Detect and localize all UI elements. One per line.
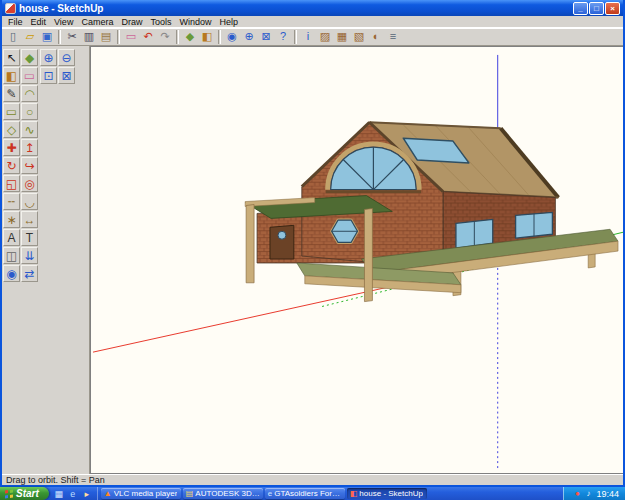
- cut-icon[interactable]: ✂: [64, 29, 80, 45]
- tape-measure-icon[interactable]: ╌: [3, 193, 20, 210]
- door-window[interactable]: [278, 231, 286, 239]
- rectangle-icon[interactable]: ▭: [3, 103, 20, 120]
- taskbar-tasks: ▲VLC media player▤AUTODESK 3DSMAX...eGTA…: [98, 487, 564, 500]
- window-controls: _ □ ×: [573, 2, 620, 15]
- zoom-extents-icon[interactable]: ⊠: [58, 67, 75, 84]
- styles-icon[interactable]: ▧: [351, 29, 367, 45]
- vlc-icon: ▲: [104, 489, 112, 498]
- layers-icon[interactable]: ≡: [385, 29, 401, 45]
- left-tool-dock: ↖◆◧▭✎◠▭○◇∿✚↥↻↪◱◎╌◡∗↔AT◫⇊◉⇄ ⊕⊖⊡⊠: [2, 46, 90, 474]
- dimension-icon[interactable]: ↔: [21, 211, 38, 228]
- model-canvas[interactable]: [91, 47, 623, 473]
- menu-file[interactable]: File: [4, 17, 27, 27]
- paint-bucket-icon[interactable]: ◧: [199, 29, 215, 45]
- eraser-icon[interactable]: ▭: [21, 67, 38, 84]
- 3d-text-icon[interactable]: T: [21, 229, 38, 246]
- pan-icon[interactable]: ⇄: [21, 265, 38, 282]
- offset-icon[interactable]: ◎: [21, 175, 38, 192]
- model-info-icon[interactable]: i: [300, 29, 316, 45]
- close-button[interactable]: ×: [605, 2, 620, 15]
- toolbar-separator: [294, 30, 297, 44]
- internet-explorer-icon[interactable]: e: [67, 488, 79, 500]
- arc-icon[interactable]: ◠: [21, 85, 38, 102]
- top-toolbar: ▯▱▣✂▥▤▭↶↷◆◧◉⊕⊠?i▨▦▧◐≡: [2, 28, 623, 46]
- section-plane-icon[interactable]: ◫: [3, 247, 20, 264]
- show-desktop-icon[interactable]: ▦: [53, 488, 65, 500]
- menu-camera[interactable]: Camera: [77, 17, 117, 27]
- menu-help[interactable]: Help: [215, 17, 242, 27]
- zoom-extents-icon[interactable]: ⊠: [258, 29, 274, 45]
- menu-tools[interactable]: Tools: [146, 17, 175, 27]
- folder-icon: ▤: [186, 489, 194, 498]
- components-icon[interactable]: ▦: [334, 29, 350, 45]
- redo-icon[interactable]: ↷: [157, 29, 173, 45]
- statusbar: Drag to orbit. Shift = Pan: [2, 474, 623, 485]
- scale-icon[interactable]: ◱: [3, 175, 20, 192]
- menu-draw[interactable]: Draw: [117, 17, 146, 27]
- taskbar-task-vlc[interactable]: ▲VLC media player: [101, 488, 181, 499]
- windows-flag-icon: [5, 489, 13, 498]
- line-icon[interactable]: ✎: [3, 85, 20, 102]
- zoom-in-icon[interactable]: ⊕: [40, 49, 57, 66]
- push-pull-icon[interactable]: ↥: [21, 139, 38, 156]
- orbit-icon[interactable]: ◉: [3, 265, 20, 282]
- menu-window[interactable]: Window: [175, 17, 215, 27]
- open-icon[interactable]: ▱: [22, 29, 38, 45]
- paste-icon[interactable]: ▤: [98, 29, 114, 45]
- orbit-icon[interactable]: ◉: [224, 29, 240, 45]
- polygon-icon[interactable]: ◇: [3, 121, 20, 138]
- media-player-icon[interactable]: ▸: [81, 488, 93, 500]
- camera-palette: ⊕⊖⊡⊠: [40, 49, 75, 84]
- status-hint: Drag to orbit. Shift = Pan: [6, 475, 105, 485]
- tray-volume-icon[interactable]: ♪: [583, 488, 593, 499]
- follow-me-icon[interactable]: ↪: [21, 157, 38, 174]
- make-component-icon[interactable]: ◆: [182, 29, 198, 45]
- zoom-out-icon[interactable]: ⊖: [58, 49, 75, 66]
- new-icon[interactable]: ▯: [5, 29, 21, 45]
- toolbar-separator: [117, 30, 120, 44]
- system-tray: ●♪ 19:44: [563, 487, 625, 500]
- house-model[interactable]: [245, 122, 618, 301]
- axes-icon[interactable]: ∗: [3, 211, 20, 228]
- menu-view[interactable]: View: [50, 17, 77, 27]
- tray-app-red-icon[interactable]: ●: [572, 488, 582, 499]
- materials-icon[interactable]: ▨: [317, 29, 333, 45]
- protractor-icon[interactable]: ◡: [21, 193, 38, 210]
- erase-icon[interactable]: ▭: [123, 29, 139, 45]
- rotate-icon[interactable]: ↻: [3, 157, 20, 174]
- taskbar-task-internet-explorer[interactable]: eGTAsoldiers Forum <...: [265, 488, 345, 499]
- undo-icon[interactable]: ↶: [140, 29, 156, 45]
- taskbar-task-folder[interactable]: ▤AUTODESK 3DSMAX...: [183, 488, 263, 499]
- text-icon[interactable]: A: [3, 229, 20, 246]
- front-door[interactable]: [270, 225, 294, 259]
- porch-post-right[interactable]: [364, 208, 372, 301]
- circle-icon[interactable]: ○: [21, 103, 38, 120]
- select-icon[interactable]: ↖: [3, 49, 20, 66]
- menu-edit[interactable]: Edit: [27, 17, 51, 27]
- maximize-button[interactable]: □: [589, 2, 604, 15]
- start-button[interactable]: Start: [0, 487, 49, 500]
- make-component-icon[interactable]: ◆: [21, 49, 38, 66]
- move-icon[interactable]: ✚: [3, 139, 20, 156]
- minimize-button[interactable]: _: [573, 2, 588, 15]
- copy-icon[interactable]: ▥: [81, 29, 97, 45]
- modeling-canvas[interactable]: [90, 46, 623, 474]
- start-label: Start: [16, 488, 39, 499]
- save-icon[interactable]: ▣: [39, 29, 55, 45]
- taskbar-clock[interactable]: 19:44: [596, 489, 619, 499]
- zoom-window-icon[interactable]: ⊡: [40, 67, 57, 84]
- tray-icons: ●♪: [572, 488, 593, 499]
- freehand-icon[interactable]: ∿: [21, 121, 38, 138]
- sketchup-icon: ◧: [350, 489, 358, 498]
- task-label: house - SketchUp: [359, 489, 423, 498]
- toolbar-separator: [176, 30, 179, 44]
- paint-bucket-icon[interactable]: ◧: [3, 67, 20, 84]
- walk-icon[interactable]: ⇊: [21, 247, 38, 264]
- taskbar-task-sketchup[interactable]: ◧house - SketchUp: [347, 488, 427, 499]
- shadows-icon[interactable]: ◐: [368, 29, 384, 45]
- menubar: FileEditViewCameraDrawToolsWindowHelp: [2, 16, 623, 28]
- help-icon[interactable]: ?: [275, 29, 291, 45]
- porch-post-left[interactable]: [246, 205, 254, 283]
- work-area: ↖◆◧▭✎◠▭○◇∿✚↥↻↪◱◎╌◡∗↔AT◫⇊◉⇄ ⊕⊖⊡⊠: [2, 46, 623, 474]
- zoom-icon[interactable]: ⊕: [241, 29, 257, 45]
